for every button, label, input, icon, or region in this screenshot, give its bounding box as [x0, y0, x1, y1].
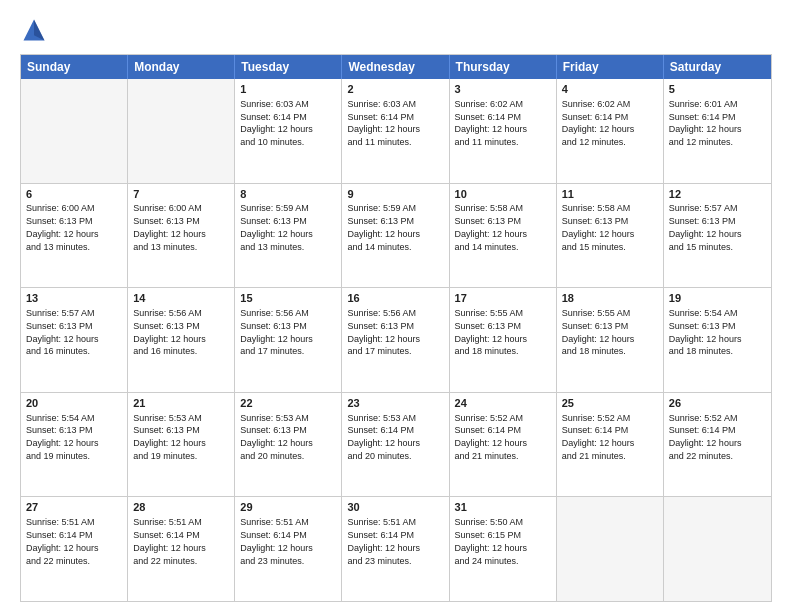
- cal-row-4: 20Sunrise: 5:54 AM Sunset: 6:13 PM Dayli…: [21, 392, 771, 497]
- day-number: 24: [455, 396, 551, 411]
- cell-info: Sunrise: 5:54 AM Sunset: 6:13 PM Dayligh…: [26, 413, 99, 461]
- cell-info: Sunrise: 5:56 AM Sunset: 6:13 PM Dayligh…: [133, 308, 206, 356]
- cal-cell: 9Sunrise: 5:59 AM Sunset: 6:13 PM Daylig…: [342, 184, 449, 288]
- weekday-header-tuesday: Tuesday: [235, 55, 342, 79]
- calendar-body: 1Sunrise: 6:03 AM Sunset: 6:14 PM Daylig…: [21, 79, 771, 601]
- day-number: 15: [240, 291, 336, 306]
- day-number: 2: [347, 82, 443, 97]
- cal-row-1: 1Sunrise: 6:03 AM Sunset: 6:14 PM Daylig…: [21, 79, 771, 183]
- cell-info: Sunrise: 5:52 AM Sunset: 6:14 PM Dayligh…: [669, 413, 742, 461]
- cell-info: Sunrise: 5:58 AM Sunset: 6:13 PM Dayligh…: [455, 203, 528, 251]
- cal-cell: 30Sunrise: 5:51 AM Sunset: 6:14 PM Dayli…: [342, 497, 449, 601]
- cal-cell: 13Sunrise: 5:57 AM Sunset: 6:13 PM Dayli…: [21, 288, 128, 392]
- day-number: 10: [455, 187, 551, 202]
- cell-info: Sunrise: 5:50 AM Sunset: 6:15 PM Dayligh…: [455, 517, 528, 565]
- cell-info: Sunrise: 5:53 AM Sunset: 6:13 PM Dayligh…: [240, 413, 313, 461]
- day-number: 1: [240, 82, 336, 97]
- calendar-header: SundayMondayTuesdayWednesdayThursdayFrid…: [21, 55, 771, 79]
- cell-info: Sunrise: 5:57 AM Sunset: 6:13 PM Dayligh…: [669, 203, 742, 251]
- cal-cell: 4Sunrise: 6:02 AM Sunset: 6:14 PM Daylig…: [557, 79, 664, 183]
- cell-info: Sunrise: 6:00 AM Sunset: 6:13 PM Dayligh…: [26, 203, 99, 251]
- cal-cell: 28Sunrise: 5:51 AM Sunset: 6:14 PM Dayli…: [128, 497, 235, 601]
- cell-info: Sunrise: 5:53 AM Sunset: 6:14 PM Dayligh…: [347, 413, 420, 461]
- cell-info: Sunrise: 5:58 AM Sunset: 6:13 PM Dayligh…: [562, 203, 635, 251]
- cal-cell: 14Sunrise: 5:56 AM Sunset: 6:13 PM Dayli…: [128, 288, 235, 392]
- cal-row-2: 6Sunrise: 6:00 AM Sunset: 6:13 PM Daylig…: [21, 183, 771, 288]
- cell-info: Sunrise: 5:57 AM Sunset: 6:13 PM Dayligh…: [26, 308, 99, 356]
- cell-info: Sunrise: 5:59 AM Sunset: 6:13 PM Dayligh…: [240, 203, 313, 251]
- day-number: 31: [455, 500, 551, 515]
- cal-cell: 20Sunrise: 5:54 AM Sunset: 6:13 PM Dayli…: [21, 393, 128, 497]
- day-number: 28: [133, 500, 229, 515]
- cal-cell: 5Sunrise: 6:01 AM Sunset: 6:14 PM Daylig…: [664, 79, 771, 183]
- cal-cell: 21Sunrise: 5:53 AM Sunset: 6:13 PM Dayli…: [128, 393, 235, 497]
- day-number: 23: [347, 396, 443, 411]
- day-number: 29: [240, 500, 336, 515]
- weekday-header-wednesday: Wednesday: [342, 55, 449, 79]
- cell-info: Sunrise: 5:51 AM Sunset: 6:14 PM Dayligh…: [347, 517, 420, 565]
- day-number: 30: [347, 500, 443, 515]
- day-number: 21: [133, 396, 229, 411]
- cal-cell: 19Sunrise: 5:54 AM Sunset: 6:13 PM Dayli…: [664, 288, 771, 392]
- day-number: 25: [562, 396, 658, 411]
- day-number: 17: [455, 291, 551, 306]
- cell-info: Sunrise: 5:52 AM Sunset: 6:14 PM Dayligh…: [455, 413, 528, 461]
- cal-cell: 24Sunrise: 5:52 AM Sunset: 6:14 PM Dayli…: [450, 393, 557, 497]
- cell-info: Sunrise: 6:03 AM Sunset: 6:14 PM Dayligh…: [347, 99, 420, 147]
- cell-info: Sunrise: 5:54 AM Sunset: 6:13 PM Dayligh…: [669, 308, 742, 356]
- weekday-header-sunday: Sunday: [21, 55, 128, 79]
- cell-info: Sunrise: 5:52 AM Sunset: 6:14 PM Dayligh…: [562, 413, 635, 461]
- cal-cell: 6Sunrise: 6:00 AM Sunset: 6:13 PM Daylig…: [21, 184, 128, 288]
- day-number: 7: [133, 187, 229, 202]
- cal-cell: 11Sunrise: 5:58 AM Sunset: 6:13 PM Dayli…: [557, 184, 664, 288]
- header: [20, 16, 772, 44]
- day-number: 11: [562, 187, 658, 202]
- weekday-header-monday: Monday: [128, 55, 235, 79]
- cal-cell: 10Sunrise: 5:58 AM Sunset: 6:13 PM Dayli…: [450, 184, 557, 288]
- cal-cell: 31Sunrise: 5:50 AM Sunset: 6:15 PM Dayli…: [450, 497, 557, 601]
- cell-info: Sunrise: 5:51 AM Sunset: 6:14 PM Dayligh…: [133, 517, 206, 565]
- cell-info: Sunrise: 6:03 AM Sunset: 6:14 PM Dayligh…: [240, 99, 313, 147]
- cell-info: Sunrise: 5:56 AM Sunset: 6:13 PM Dayligh…: [240, 308, 313, 356]
- cal-cell: [128, 79, 235, 183]
- cell-info: Sunrise: 6:02 AM Sunset: 6:14 PM Dayligh…: [455, 99, 528, 147]
- weekday-header-thursday: Thursday: [450, 55, 557, 79]
- cal-cell: 3Sunrise: 6:02 AM Sunset: 6:14 PM Daylig…: [450, 79, 557, 183]
- cell-info: Sunrise: 5:51 AM Sunset: 6:14 PM Dayligh…: [240, 517, 313, 565]
- day-number: 9: [347, 187, 443, 202]
- logo-icon: [20, 16, 48, 44]
- cal-cell: [664, 497, 771, 601]
- weekday-header-saturday: Saturday: [664, 55, 771, 79]
- weekday-header-friday: Friday: [557, 55, 664, 79]
- cal-cell: 8Sunrise: 5:59 AM Sunset: 6:13 PM Daylig…: [235, 184, 342, 288]
- cal-cell: 18Sunrise: 5:55 AM Sunset: 6:13 PM Dayli…: [557, 288, 664, 392]
- cal-row-3: 13Sunrise: 5:57 AM Sunset: 6:13 PM Dayli…: [21, 287, 771, 392]
- day-number: 18: [562, 291, 658, 306]
- cal-cell: 7Sunrise: 6:00 AM Sunset: 6:13 PM Daylig…: [128, 184, 235, 288]
- cal-cell: 26Sunrise: 5:52 AM Sunset: 6:14 PM Dayli…: [664, 393, 771, 497]
- cell-info: Sunrise: 5:59 AM Sunset: 6:13 PM Dayligh…: [347, 203, 420, 251]
- cal-cell: 1Sunrise: 6:03 AM Sunset: 6:14 PM Daylig…: [235, 79, 342, 183]
- cal-row-5: 27Sunrise: 5:51 AM Sunset: 6:14 PM Dayli…: [21, 496, 771, 601]
- day-number: 19: [669, 291, 766, 306]
- day-number: 12: [669, 187, 766, 202]
- day-number: 8: [240, 187, 336, 202]
- cal-cell: 27Sunrise: 5:51 AM Sunset: 6:14 PM Dayli…: [21, 497, 128, 601]
- cal-cell: 29Sunrise: 5:51 AM Sunset: 6:14 PM Dayli…: [235, 497, 342, 601]
- cell-info: Sunrise: 5:55 AM Sunset: 6:13 PM Dayligh…: [455, 308, 528, 356]
- cal-cell: 22Sunrise: 5:53 AM Sunset: 6:13 PM Dayli…: [235, 393, 342, 497]
- cal-cell: 25Sunrise: 5:52 AM Sunset: 6:14 PM Dayli…: [557, 393, 664, 497]
- day-number: 3: [455, 82, 551, 97]
- cell-info: Sunrise: 5:53 AM Sunset: 6:13 PM Dayligh…: [133, 413, 206, 461]
- cell-info: Sunrise: 5:56 AM Sunset: 6:13 PM Dayligh…: [347, 308, 420, 356]
- cal-cell: [557, 497, 664, 601]
- day-number: 20: [26, 396, 122, 411]
- day-number: 22: [240, 396, 336, 411]
- cal-cell: 17Sunrise: 5:55 AM Sunset: 6:13 PM Dayli…: [450, 288, 557, 392]
- cell-info: Sunrise: 6:02 AM Sunset: 6:14 PM Dayligh…: [562, 99, 635, 147]
- day-number: 27: [26, 500, 122, 515]
- cell-info: Sunrise: 5:51 AM Sunset: 6:14 PM Dayligh…: [26, 517, 99, 565]
- cell-info: Sunrise: 5:55 AM Sunset: 6:13 PM Dayligh…: [562, 308, 635, 356]
- logo: [20, 16, 52, 44]
- cal-cell: 15Sunrise: 5:56 AM Sunset: 6:13 PM Dayli…: [235, 288, 342, 392]
